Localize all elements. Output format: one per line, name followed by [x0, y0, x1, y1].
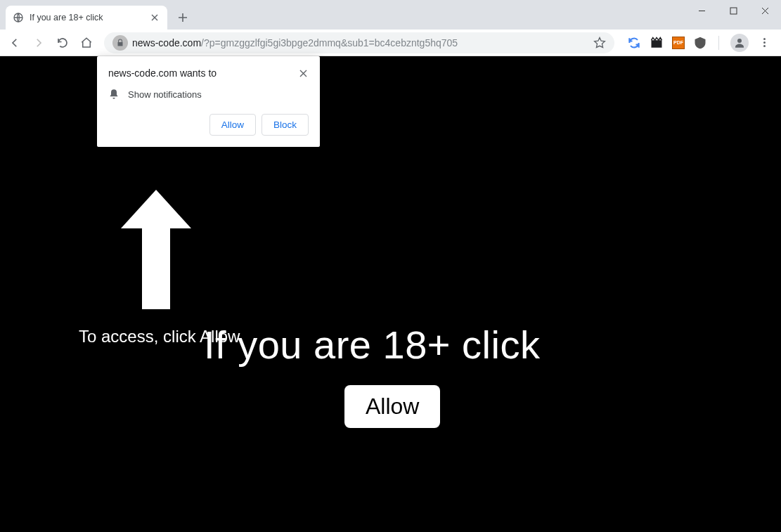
permission-title: news-code.com wants to	[108, 67, 217, 79]
tab-title: If you are 18+ click	[30, 13, 145, 22]
lock-icon[interactable]	[112, 35, 128, 51]
profile-avatar[interactable]	[730, 34, 749, 52]
browser-tab[interactable]: If you are 18+ click	[6, 6, 167, 30]
extension-clapper-icon[interactable]	[650, 36, 664, 50]
permission-body-text: Show notifications	[128, 89, 202, 100]
window-controls	[686, 0, 781, 21]
browser-toolbar: news-code.com/?p=gmzggzlfgi5gi3bpge2dmmq…	[0, 30, 781, 56]
home-button[interactable]	[76, 32, 97, 53]
reload-button[interactable]	[52, 32, 73, 53]
bell-icon	[108, 89, 120, 100]
page-headline: If you are 18+ click	[204, 322, 540, 368]
arrow-up-icon	[121, 190, 191, 309]
svg-rect-2	[652, 40, 662, 48]
toolbar-divider	[718, 36, 719, 50]
extensions-area: PDF	[621, 34, 777, 52]
page-allow-button[interactable]: Allow	[344, 385, 440, 428]
window-titlebar: If you are 18+ click	[0, 0, 781, 30]
svg-point-3	[737, 39, 742, 43]
extension-shield-icon[interactable]	[693, 36, 707, 50]
svg-rect-1	[730, 8, 737, 14]
extension-pdf-icon[interactable]: PDF	[672, 37, 685, 49]
forward-button[interactable]	[28, 32, 49, 53]
url-text: news-code.com/?p=gmzggzlfgi5gi3bpge2dmmq…	[132, 37, 458, 48]
new-tab-button[interactable]	[173, 8, 193, 27]
window-close-button[interactable]	[749, 0, 781, 21]
window-minimize-button[interactable]	[686, 0, 718, 21]
permission-block-button[interactable]: Block	[262, 114, 309, 136]
globe-icon	[13, 12, 24, 23]
bookmark-star-icon[interactable]	[593, 37, 606, 49]
kebab-menu-icon[interactable]	[757, 38, 771, 47]
back-button[interactable]	[4, 32, 25, 53]
notification-permission-popup: news-code.com wants to Show notification…	[97, 56, 320, 147]
address-bar[interactable]: news-code.com/?p=gmzggzlfgi5gi3bpge2dmmq…	[104, 32, 614, 53]
sync-icon[interactable]	[627, 36, 641, 50]
permission-close-icon[interactable]	[297, 67, 309, 79]
url-path: /?p=gmzggzlfgi5gi3bpge2dmmq&sub1=bc4cebz…	[201, 37, 458, 48]
permission-allow-button[interactable]: Allow	[209, 114, 256, 136]
window-maximize-button[interactable]	[718, 0, 749, 21]
url-domain: news-code.com	[132, 37, 201, 48]
tab-close-icon[interactable]	[149, 12, 160, 23]
